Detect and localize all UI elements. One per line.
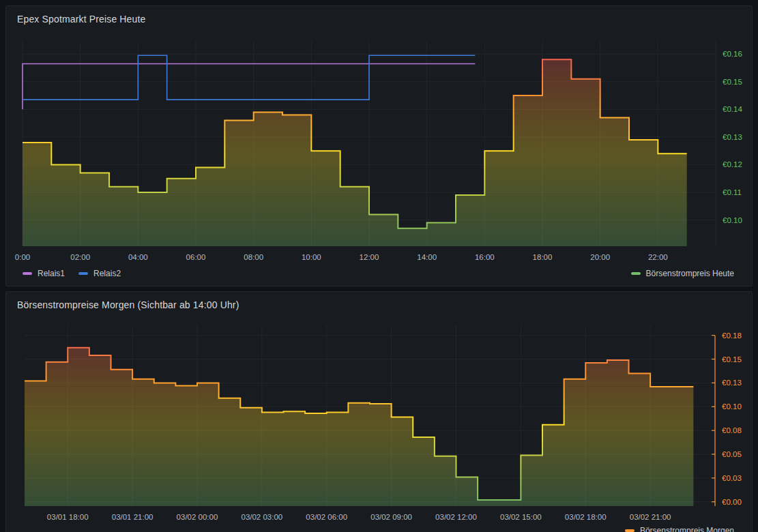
legend-group-left: Relais1Relais2 (23, 268, 121, 279)
x-tick-label: 18:00 (533, 253, 553, 261)
x-tick-label: 03/01 21:00 (112, 513, 154, 521)
legend-item-börsenstrompreis-heute[interactable]: Börsenstrompreis Heute (631, 268, 734, 279)
x-tick-label: 03/02 03:00 (241, 513, 282, 521)
legend-label: Relais1 (38, 268, 65, 279)
legend-item-börsenstrompreis-morgen[interactable]: Börsenstrompreis Morgen (625, 525, 734, 532)
x-tick-label: 20:00 (590, 253, 610, 261)
x-tick-label: 12:00 (360, 253, 379, 261)
y-tick-label: €0.08 (722, 426, 742, 434)
y-axis-labels: €0.18€0.15€0.13€0.10€0.08€0.05€0.03€0.00 (722, 331, 742, 506)
x-tick-label: 06:00 (186, 253, 206, 261)
x-tick-label: 03/02 06:00 (306, 513, 347, 521)
y-tick-label: €0.18 (722, 331, 742, 340)
x-tick-label: 14:00 (417, 253, 437, 261)
area-fill-Börsenstrompreis Morgen (25, 348, 693, 506)
y-tick-label: €0.13 (723, 133, 742, 141)
y-tick-label: €0.03 (722, 474, 742, 482)
x-tick-label: 22:00 (648, 253, 668, 261)
legend-label: Relais2 (93, 268, 121, 279)
legend: Börsenstrompreis Morgen (23, 525, 734, 532)
y-tick-label: €0.11 (723, 188, 742, 196)
panel-epex-spotmarkt-heute: Epex Spotmarkt Preise Heute €0.16€0.15€0… (5, 5, 753, 286)
legend-group-right: Börsenstrompreis Heute (631, 268, 734, 279)
line-Relais2 (23, 55, 475, 100)
y-tick-label: €0.15 (722, 355, 742, 364)
x-tick-label: 03/02 18:00 (565, 513, 607, 521)
x-tick-label: 0:00 (15, 253, 30, 261)
y-tick-label: €0.16 (723, 50, 742, 58)
area-fill-Börsenstrompreis Heute (23, 59, 687, 246)
legend-item-relais2[interactable]: Relais2 (78, 268, 121, 279)
y-tick-label: €0.10 (722, 402, 742, 411)
legend-label: Börsenstrompreis Heute (646, 268, 734, 279)
grafana-dashboard: { "panels": [ { "title": "Epex Spotmarkt… (0, 0, 758, 532)
x-axis-labels: 03/01 18:0003/01 21:0003/02 00:0003/02 0… (47, 513, 671, 521)
x-tick-label: 16:00 (475, 253, 495, 261)
y-tick-label: €0.13 (722, 379, 742, 387)
line-Relais1 (23, 63, 475, 109)
y-tick-label: €0.00 (722, 498, 742, 506)
x-tick-label: 03/02 12:00 (435, 513, 477, 521)
x-axis-labels: 0:0002:0004:0006:0008:0010:0012:0014:001… (15, 253, 668, 261)
y-tick-label: €0.12 (723, 160, 742, 168)
x-tick-label: 03/02 15:00 (500, 513, 542, 521)
y-axis-labels: €0.16€0.15€0.14€0.13€0.12€0.11€0.10 (723, 50, 742, 224)
legend-swatch (631, 272, 641, 275)
legend-group-right: Börsenstrompreis Morgen (625, 525, 734, 532)
panel-boersenstrompreise-morgen: Börsenstrompreise Morgen (Sichtbar ab 14… (5, 291, 753, 532)
y-tick-label: €0.15 (723, 78, 742, 86)
x-tick-label: 04:00 (128, 253, 148, 261)
legend-item-relais1[interactable]: Relais1 (23, 268, 65, 279)
y-tick-label: €0.10 (723, 216, 742, 224)
y-tick-label: €0.14 (723, 105, 742, 113)
legend: Relais1Relais2Börsenstrompreis Heute (23, 268, 734, 279)
chart-preise-morgen[interactable]: €0.18€0.15€0.13€0.10€0.08€0.05€0.03€0.00… (6, 292, 752, 532)
x-tick-label: 10:00 (302, 253, 321, 261)
x-tick-label: 03/02 09:00 (370, 513, 412, 521)
x-tick-label: 03/02 21:00 (630, 513, 671, 521)
x-tick-label: 03/02 00:00 (177, 513, 218, 521)
legend-swatch (23, 272, 32, 275)
chart-preise-heute[interactable]: €0.16€0.15€0.14€0.13€0.12€0.11€0.100:000… (6, 6, 752, 287)
y-tick-label: €0.05 (722, 450, 742, 458)
legend-swatch (625, 529, 635, 532)
y-axis-line (712, 336, 715, 506)
legend-swatch (78, 272, 88, 275)
legend-label: Börsenstrompreis Morgen (640, 525, 734, 532)
x-tick-label: 02:00 (70, 253, 90, 261)
x-tick-label: 03/01 18:00 (47, 513, 89, 521)
x-tick-label: 08:00 (244, 253, 263, 261)
